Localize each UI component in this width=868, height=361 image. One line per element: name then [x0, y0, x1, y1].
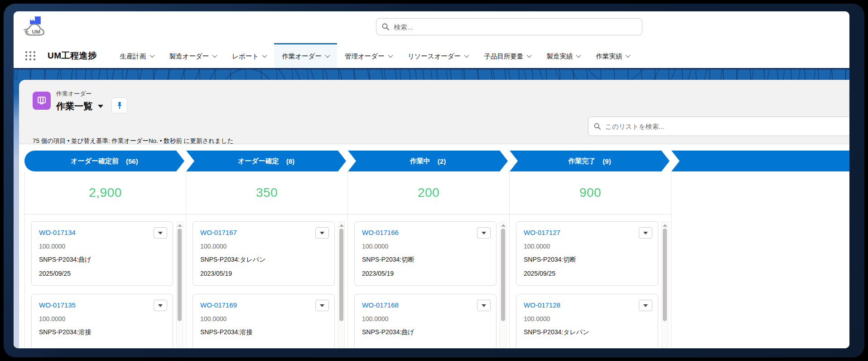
- stage-work-complete[interactable]: 作業完了(9): [510, 151, 670, 171]
- chevron-down-icon[interactable]: [626, 52, 631, 57]
- work-order-card[interactable]: WO-017169 100.0000 SNPS-P2034:溶接: [193, 294, 335, 347]
- stage-next[interactable]: [671, 151, 849, 171]
- work-order-link[interactable]: WO-017167: [200, 229, 237, 236]
- work-order-link[interactable]: WO-017134: [39, 229, 76, 236]
- chevron-down-icon[interactable]: [388, 52, 393, 57]
- chevron-down-icon[interactable]: [464, 52, 469, 57]
- tab-manufacturing-order[interactable]: 製造オーダー: [162, 43, 225, 68]
- scrollbar-thumb[interactable]: [663, 229, 667, 321]
- global-search-input[interactable]: [394, 23, 637, 31]
- dropdown-triangle-icon: [158, 232, 163, 234]
- scroll-up-icon[interactable]: [663, 224, 667, 227]
- card-process: SNPS-P2034:曲げ: [362, 328, 489, 337]
- card-quantity: 100.0000: [524, 315, 651, 322]
- work-order-card[interactable]: WO-017168 100.0000 SNPS-P2034:曲げ: [354, 294, 497, 347]
- stage-in-progress[interactable]: 作業中(2): [348, 151, 508, 171]
- scrollbar-thumb[interactable]: [339, 229, 343, 321]
- pin-list-button[interactable]: [111, 98, 127, 113]
- search-icon: [382, 23, 389, 30]
- card-process: SNPS-P2034:曲げ: [39, 256, 165, 264]
- card-menu-button[interactable]: [639, 227, 652, 239]
- list-view-header: 作業オーダー 作業一覧 75 個の項目 • 並び替え基準: 作業オーダーNo. …: [19, 80, 849, 144]
- stage-order-confirmed[interactable]: オーダー確定(8): [186, 151, 346, 171]
- scroll-up-icon[interactable]: [178, 224, 182, 227]
- work-order-card[interactable]: WO-017127 100.0000 SNPS-P2034:切断 2025/09…: [516, 221, 658, 286]
- column-scrollbar[interactable]: [500, 221, 506, 347]
- card-date: 2023/05/19: [200, 270, 327, 277]
- dropdown-triangle-icon: [482, 304, 486, 307]
- card-menu-button[interactable]: [477, 227, 491, 239]
- work-order-card[interactable]: WO-017134 100.0000 SNPS-P2034:曲げ 2025/09…: [31, 221, 173, 286]
- work-order-card[interactable]: WO-017128 100.0000 SNPS-P2034:タレパン: [516, 294, 658, 347]
- chevron-down-icon[interactable]: [149, 52, 154, 57]
- work-order-card[interactable]: WO-017135 100.0000 SNPS-P2034:溶接: [31, 294, 173, 347]
- brand-banner: [14, 68, 849, 80]
- work-order-link[interactable]: WO-017169: [200, 301, 237, 309]
- tab-production-plan[interactable]: 生産計画: [112, 43, 162, 68]
- card-date: 2025/09/25: [39, 270, 165, 277]
- column-total: 350: [186, 171, 347, 215]
- work-order-link[interactable]: WO-017168: [362, 301, 399, 309]
- card-date: 2025/09/25: [524, 270, 651, 277]
- work-order-card[interactable]: WO-017166 100.0000 SNPS-P2034:切断 2023/05…: [354, 221, 497, 286]
- dropdown-triangle-icon: [320, 304, 324, 307]
- kanban-path: オーダー確定前(56) オーダー確定(8) 作業中(2) 作業完了(9): [24, 151, 849, 171]
- card-quantity: 100.0000: [362, 315, 489, 322]
- stage-order-before-confirm[interactable]: オーダー確定前(56): [24, 151, 184, 171]
- chevron-down-icon[interactable]: [576, 52, 581, 57]
- column-total: 2,900: [25, 171, 186, 215]
- card-menu-button[interactable]: [154, 227, 167, 239]
- work-order-link[interactable]: WO-017127: [524, 229, 560, 236]
- column-scrollbar[interactable]: [338, 221, 345, 347]
- chevron-down-icon[interactable]: [325, 52, 330, 57]
- work-order-link[interactable]: WO-017166: [362, 229, 399, 236]
- work-order-link[interactable]: WO-017128: [524, 301, 560, 309]
- tab-manufacturing-results[interactable]: 製造実績: [539, 43, 588, 68]
- card-process: SNPS-P2034:溶接: [200, 328, 327, 337]
- card-quantity: 100.0000: [39, 243, 165, 250]
- tab-report[interactable]: レポート: [224, 43, 274, 68]
- card-process: SNPS-P2034:切断: [524, 256, 651, 264]
- scroll-up-icon[interactable]: [339, 224, 344, 227]
- chevron-down-icon[interactable]: [527, 52, 532, 57]
- search-icon: [594, 123, 601, 130]
- work-order-link[interactable]: WO-017135: [39, 301, 76, 309]
- tab-management-order[interactable]: 管理オーダー: [337, 43, 400, 68]
- card-process: SNPS-P2034:タレパン: [524, 328, 651, 337]
- tab-resource-order[interactable]: リソースオーダー: [400, 43, 477, 68]
- browser-frame: UM: [4, 4, 864, 357]
- scrollbar-thumb[interactable]: [178, 229, 182, 321]
- kanban-board: オーダー確定前(56) オーダー確定(8) 作業中(2) 作業完了(9): [19, 144, 849, 348]
- app-window: UM: [14, 11, 849, 348]
- app-name: UM工程進捗: [48, 50, 97, 68]
- column-scrollbar[interactable]: [661, 221, 668, 347]
- scrollbar-thumb[interactable]: [501, 229, 505, 321]
- card-menu-button[interactable]: [315, 300, 329, 311]
- card-menu-button[interactable]: [477, 300, 491, 311]
- list-view-selector-caret-icon[interactable]: [98, 105, 103, 108]
- kanban-column-next: [671, 171, 849, 347]
- chevron-down-icon[interactable]: [262, 52, 267, 57]
- list-search[interactable]: [588, 117, 849, 136]
- card-date: 2023/05/19: [362, 270, 489, 277]
- card-menu-button[interactable]: [315, 227, 329, 239]
- global-search[interactable]: [376, 18, 642, 35]
- card-menu-button[interactable]: [639, 300, 652, 311]
- tab-work-order[interactable]: 作業オーダー: [274, 43, 337, 68]
- tab-child-item-requirement[interactable]: 子品目所要量: [476, 43, 539, 68]
- scroll-up-icon[interactable]: [501, 224, 506, 227]
- card-quantity: 100.0000: [39, 315, 165, 322]
- card-menu-button[interactable]: [154, 300, 167, 311]
- column-total: 900: [510, 171, 671, 215]
- work-order-card[interactable]: WO-017167 100.0000 SNPS-P2034:タレパン 2023/…: [193, 221, 335, 286]
- tab-work-results[interactable]: 作業実績: [588, 43, 637, 68]
- card-quantity: 100.0000: [200, 243, 327, 250]
- header-action-button[interactable]: [849, 91, 849, 111]
- chevron-down-icon[interactable]: [212, 52, 217, 57]
- dropdown-triangle-icon: [158, 304, 163, 307]
- column-total: [671, 171, 849, 215]
- kanban-column-order-confirmed: 350 WO-017167 100.0000 SNPS-P2034:タレパン 2…: [186, 171, 348, 347]
- app-launcher-icon[interactable]: [25, 50, 36, 61]
- list-search-input[interactable]: [605, 123, 849, 130]
- column-scrollbar[interactable]: [176, 221, 183, 347]
